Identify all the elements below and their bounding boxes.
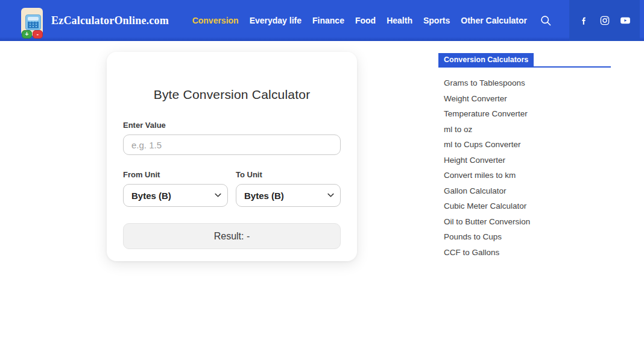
sidebar-item-gallon-calculator[interactable]: Gallon Calculator — [444, 187, 611, 195]
sidebar-header: Conversion Calculators — [438, 53, 611, 68]
logo-minus-icon: - — [33, 30, 43, 39]
from-unit-select[interactable]: Bytes (B) — [123, 184, 228, 207]
sidebar-item-oil-to-butter-conversion[interactable]: Oil to Butter Conversion — [444, 218, 611, 226]
from-unit-column: From Unit Bytes (B) — [123, 155, 228, 207]
sidebar-item-convert-miles-to-km[interactable]: Convert miles to km — [444, 171, 611, 180]
main-nav: Conversion Everyday life Finance Food He… — [192, 14, 552, 27]
logo-calculator-keys — [28, 22, 39, 28]
to-unit-column: To Unit Bytes (B) — [236, 155, 341, 207]
from-unit-label: From Unit — [123, 170, 228, 179]
sidebar-title: Conversion Calculators — [438, 53, 534, 66]
top-navigation-bar: + - EzCalculatorOnline.com Conversion Ev… — [0, 0, 644, 41]
byte-conversion-calculator-card: Byte Conversion Calculator Enter Value F… — [107, 52, 357, 261]
search-icon[interactable] — [539, 14, 552, 27]
sidebar-item-temperature-converter[interactable]: Temperature Converter — [444, 110, 611, 118]
result-display: Result: - — [123, 223, 341, 249]
sidebar-item-weight-converter[interactable]: Weight Converter — [444, 95, 611, 103]
nav-item-health[interactable]: Health — [387, 16, 412, 25]
enter-value-label: Enter Value — [123, 121, 341, 130]
unit-row: From Unit Bytes (B) To Unit Byt — [123, 155, 341, 207]
nav-item-finance[interactable]: Finance — [312, 16, 344, 25]
sidebar-item-grams-to-tablespoons[interactable]: Grams to Tablespoons — [444, 79, 611, 87]
nav-item-conversion[interactable]: Conversion — [192, 16, 239, 25]
nav-item-food[interactable]: Food — [355, 16, 376, 25]
facebook-icon[interactable] — [578, 14, 590, 27]
nav-item-sports[interactable]: Sports — [423, 16, 450, 25]
to-unit-label: To Unit — [236, 170, 341, 179]
logo-calculator-face — [25, 14, 41, 30]
sidebar-item-ccf-to-gallons[interactable]: CCF to Gallons — [444, 248, 611, 257]
logo-plus-icon: + — [22, 30, 32, 39]
to-unit-select[interactable]: Bytes (B) — [236, 184, 341, 207]
brand-home-link[interactable]: + - EzCalculatorOnline.com — [20, 2, 169, 39]
calculator-title: Byte Conversion Calculator — [123, 87, 341, 102]
conversion-calculators-sidebar: Conversion Calculators Grams to Tablespo… — [438, 53, 611, 264]
calculator-logo-icon: + - — [20, 5, 44, 39]
sidebar-item-height-converter[interactable]: Height Converter — [444, 156, 611, 165]
logo-calculator-screen — [28, 17, 39, 21]
social-links-block — [569, 0, 640, 41]
site-title: EzCalculatorOnline.com — [51, 14, 169, 27]
sidebar-item-pounds-to-cups[interactable]: Pounds to Cups — [444, 233, 611, 241]
sidebar-link-list: Grams to Tablespoons Weight Converter Te… — [438, 79, 611, 256]
nav-item-other-calculator[interactable]: Other Calculator — [461, 16, 527, 25]
sidebar-item-ml-to-cups-converter[interactable]: ml to Cups Converter — [444, 141, 611, 149]
value-input[interactable] — [123, 134, 341, 155]
nav-item-everyday-life[interactable]: Everyday life — [250, 16, 301, 25]
instagram-icon[interactable] — [599, 14, 611, 27]
youtube-icon[interactable] — [619, 14, 631, 27]
sidebar-item-cubic-meter-calculator[interactable]: Cubic Meter Calculator — [444, 202, 611, 210]
sidebar-item-ml-to-oz[interactable]: ml to oz — [444, 125, 611, 134]
